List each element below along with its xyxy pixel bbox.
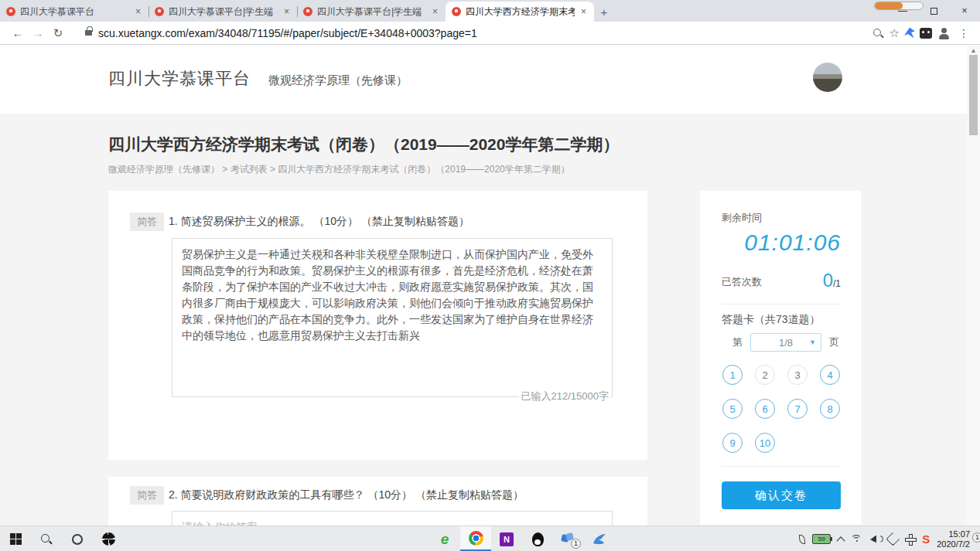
user-avatar[interactable] — [813, 63, 842, 92]
tab-2[interactable]: 四川大学慕课平台|学生端 × — [149, 2, 297, 22]
char-count: 已输入212/15000字 — [519, 389, 611, 403]
site-favicon-icon — [452, 7, 461, 16]
onenote-button[interactable]: N — [491, 526, 522, 551]
site-favicon-icon — [6, 7, 15, 16]
dark-extension-icon[interactable] — [920, 28, 932, 39]
ie-browser-button[interactable]: e — [429, 526, 460, 551]
reload-button[interactable]: ↻ — [48, 23, 68, 43]
chat-badge: 1 — [571, 539, 581, 549]
system-tray: 59 S 15:07 2020/7/2 1 — [799, 526, 977, 551]
power-saver-leaf-icon[interactable] — [799, 535, 805, 544]
maximize-button[interactable] — [918, 0, 949, 22]
close-window-button[interactable]: × — [949, 0, 980, 22]
browser-tab-bar: 四川大学慕课平台 × 四川大学慕课平台|学生端 × 四川大学慕课平台|学生端 ×… — [0, 0, 980, 22]
url-input[interactable]: scu.xuetangx.com/exam/34048/71195/#/pape… — [98, 27, 871, 39]
tab-title: 四川大学慕课平台 — [20, 5, 129, 19]
question-circle-4[interactable]: 4 — [820, 365, 840, 385]
xunlei-bird-icon — [592, 533, 606, 546]
new-tab-button[interactable]: + — [594, 2, 614, 22]
menu-kebab-icon[interactable]: ⋮ — [955, 27, 972, 39]
chat-app-button[interactable]: 1 — [553, 526, 584, 551]
answer-textarea-2[interactable] — [172, 511, 613, 525]
tab-close-icon[interactable]: × — [431, 6, 439, 17]
question-card-1: 简答 1. 简述贸易保护主义的根源。 （10分） （禁止复制粘贴答题） 已输入2… — [108, 191, 647, 460]
xunlei-button[interactable] — [584, 526, 615, 551]
site-brand[interactable]: 四川大学慕课平台 — [108, 67, 251, 90]
question-circle-8[interactable]: 8 — [820, 399, 840, 419]
tab-close-icon[interactable]: × — [579, 6, 588, 17]
taskbar: e N 1 59 S 15:07 2020/7/2 — [0, 525, 980, 551]
question-number-grid: 1 2 3 4 5 6 7 8 9 10 — [722, 365, 846, 453]
qq-penguin-icon — [532, 532, 544, 546]
question-text: 2. 简要说明政府财政政策的工具有哪些？ （10分） （禁止复制粘贴答题） — [169, 488, 524, 502]
answer-textarea-1[interactable] — [172, 238, 613, 397]
tab-1[interactable]: 四川大学慕课平台 × — [0, 2, 149, 22]
clock-date: 2020/7/2 — [937, 539, 970, 549]
start-button[interactable] — [0, 526, 31, 551]
scrollbar-thumb[interactable] — [969, 55, 978, 135]
breadcrumb[interactable]: 微观经济学原理（先修课） > 考试列表 > 四川大学西方经济学期末考试（闭卷）（… — [108, 163, 570, 176]
page-select-dropdown[interactable]: 1/8 ▼ — [750, 333, 821, 352]
question-circle-9[interactable]: 9 — [722, 433, 743, 453]
pinwheel-icon — [102, 532, 115, 546]
question-circle-6[interactable]: 6 — [755, 399, 775, 419]
answered-row: 已答次数 0/1 — [722, 270, 841, 291]
chat-app-icon: 1 — [562, 533, 575, 546]
qq-button[interactable] — [522, 526, 553, 551]
question-circle-10[interactable]: 10 — [755, 433, 775, 453]
forward-button[interactable]: → — [28, 23, 48, 43]
maximize-icon — [930, 8, 937, 15]
chrome-button-active[interactable] — [460, 526, 491, 551]
submit-exam-button[interactable]: 确认交卷 — [722, 481, 841, 509]
blue-extension-icon[interactable] — [904, 28, 915, 39]
site-favicon-icon — [155, 7, 164, 16]
cortana-icon — [72, 534, 83, 545]
scrollbar-up-arrow[interactable]: ▲ — [967, 47, 980, 54]
tab-3[interactable]: 四川大学慕课平台|学生端 × — [297, 2, 446, 22]
plus-tray-icon[interactable] — [905, 534, 915, 544]
question-circle-2[interactable]: 2 — [755, 365, 775, 385]
onenote-icon: N — [500, 532, 514, 546]
tab-close-icon[interactable]: × — [134, 6, 142, 17]
clock[interactable]: 15:07 2020/7/2 — [937, 529, 970, 549]
question-circle-7[interactable]: 7 — [787, 399, 808, 419]
minimize-button[interactable]: — — [887, 0, 918, 22]
link-tray-icon[interactable] — [886, 532, 900, 546]
answered-value: 0/1 — [823, 270, 841, 291]
volume-icon[interactable] — [870, 535, 881, 544]
pinwheel-app-button[interactable] — [93, 526, 124, 551]
chevron-down-icon: ▼ — [809, 338, 816, 346]
cortana-button[interactable] — [62, 526, 93, 551]
answered-total: /1 — [833, 278, 841, 289]
wifi-icon[interactable] — [851, 535, 863, 544]
question-circle-5[interactable]: 5 — [722, 399, 743, 419]
sogou-input-icon[interactable]: S — [922, 532, 930, 546]
zoom-indicator-icon[interactable] — [871, 26, 885, 40]
tab-title: 四川大学慕课平台|学生端 — [317, 5, 426, 19]
question-circle-1[interactable]: 1 — [722, 365, 743, 385]
tab-4-active[interactable]: 四川大学西方经济学期末考试（ × — [446, 2, 594, 22]
taskbar-left — [0, 526, 124, 551]
question-circle-3[interactable]: 3 — [787, 365, 808, 385]
tray-expand-chevron-icon[interactable] — [836, 536, 845, 545]
tab-title: 四川大学西方经济学期末考试（ — [466, 5, 575, 19]
course-name[interactable]: 微观经济学原理（先修课） — [268, 73, 408, 88]
search-icon — [40, 533, 53, 546]
taskbar-search-button[interactable] — [31, 526, 62, 551]
bookmark-star-icon[interactable]: ☆ — [890, 26, 900, 40]
divider — [722, 304, 841, 304]
battery-icon[interactable]: 59 — [812, 534, 831, 544]
remaining-time-label: 剩余时间 — [722, 211, 762, 225]
divider — [722, 466, 841, 467]
chrome-icon — [469, 531, 483, 546]
page-scrollbar[interactable]: ▲ — [967, 46, 980, 525]
tab-close-icon[interactable]: × — [282, 6, 291, 17]
answer-area-2 — [172, 511, 613, 525]
page-select-value: 1/8 — [779, 337, 793, 349]
notification-badge: 1 — [972, 532, 980, 542]
back-button[interactable]: ← — [8, 23, 28, 43]
profile-icon[interactable] — [937, 26, 951, 40]
answer-card-title: 答题卡（共73道题） — [722, 313, 821, 327]
tab-title: 四川大学慕课平台|学生端 — [169, 5, 278, 19]
https-lock-icon[interactable] — [85, 30, 92, 36]
